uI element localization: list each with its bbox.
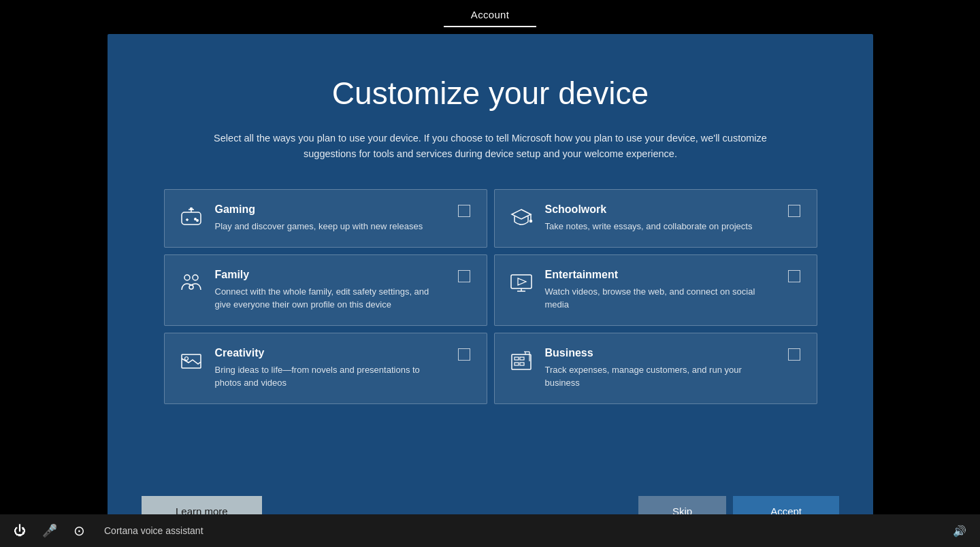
card-creativity-title: Creativity: [215, 347, 447, 359]
svg-rect-21: [520, 357, 524, 360]
gaming-icon: [178, 205, 204, 231]
card-business-content: Business Track expenses, manage customer…: [545, 347, 777, 390]
top-bar: Account: [0, 0, 980, 35]
svg-rect-19: [512, 354, 531, 369]
cards-grid: Gaming Play and discover games, keep up …: [164, 189, 817, 404]
card-family-title: Family: [215, 269, 447, 281]
page-subtitle: Select all the ways you plan to use your…: [191, 131, 790, 162]
svg-rect-22: [514, 363, 519, 365]
taskbar-cortana-icon[interactable]: ⊙: [74, 523, 85, 539]
card-schoolwork-desc: Take notes, write essays, and collaborat…: [545, 220, 777, 233]
entertainment-icon: [508, 270, 534, 296]
taskbar-mic-icon[interactable]: 🎤: [42, 523, 57, 538]
card-entertainment-checkbox[interactable]: [788, 270, 800, 282]
card-business[interactable]: Business Track expenses, manage customer…: [494, 333, 817, 404]
card-entertainment-desc: Watch videos, browse the web, and connec…: [545, 285, 777, 312]
svg-rect-20: [514, 357, 519, 360]
taskbar: ⏻ 🎤 ⊙ Cortana voice assistant 🔊: [0, 514, 980, 547]
svg-point-9: [529, 220, 532, 222]
taskbar-power-icon[interactable]: ⏻: [14, 524, 26, 538]
card-family-content: Family Connect with the whole family, ed…: [215, 269, 447, 312]
svg-rect-0: [182, 212, 201, 225]
svg-point-11: [193, 275, 198, 280]
card-family-desc: Connect with the whole family, edit safe…: [215, 285, 447, 312]
business-icon: [508, 348, 534, 374]
svg-point-3: [194, 218, 195, 220]
card-family-checkbox[interactable]: [458, 270, 470, 282]
card-family[interactable]: Family Connect with the whole family, ed…: [164, 254, 487, 326]
card-entertainment-title: Entertainment: [545, 269, 777, 281]
card-entertainment-content: Entertainment Watch videos, browse the w…: [545, 269, 777, 312]
svg-point-18: [184, 357, 188, 360]
svg-marker-16: [518, 278, 526, 285]
family-icon: [178, 270, 204, 296]
page-title: Customize your device: [332, 75, 649, 112]
card-gaming-title: Gaming: [215, 203, 447, 216]
card-schoolwork[interactable]: Schoolwork Take notes, write essays, and…: [494, 189, 817, 248]
card-gaming-content: Gaming Play and discover games, keep up …: [215, 203, 447, 233]
taskbar-cortana-text: Cortana voice assistant: [104, 525, 203, 536]
card-business-checkbox[interactable]: [788, 348, 800, 361]
creativity-icon: [178, 348, 204, 374]
main-window: Customize your device Select all the way…: [108, 34, 873, 520]
card-schoolwork-content: Schoolwork Take notes, write essays, and…: [545, 203, 777, 233]
card-schoolwork-checkbox[interactable]: [788, 205, 800, 217]
card-schoolwork-title: Schoolwork: [545, 203, 777, 216]
svg-rect-13: [511, 275, 532, 288]
card-business-title: Business: [545, 347, 777, 359]
card-business-desc: Track expenses, manage customers, and ru…: [545, 363, 777, 390]
card-creativity[interactable]: Creativity Bring ideas to life—from nove…: [164, 333, 487, 404]
card-creativity-checkbox[interactable]: [458, 348, 470, 361]
account-label: Account: [444, 9, 536, 27]
svg-point-4: [196, 220, 197, 221]
taskbar-volume-icon[interactable]: 🔊: [953, 525, 966, 537]
schoolwork-icon: [508, 205, 534, 231]
svg-rect-23: [520, 363, 524, 365]
svg-point-10: [184, 275, 190, 280]
card-entertainment[interactable]: Entertainment Watch videos, browse the w…: [494, 254, 817, 326]
card-creativity-desc: Bring ideas to life—from novels and pres…: [215, 363, 447, 390]
card-gaming[interactable]: Gaming Play and discover games, keep up …: [164, 189, 487, 248]
card-creativity-content: Creativity Bring ideas to life—from nove…: [215, 347, 447, 390]
card-gaming-desc: Play and discover games, keep up with ne…: [215, 220, 447, 233]
card-gaming-checkbox[interactable]: [458, 205, 470, 217]
